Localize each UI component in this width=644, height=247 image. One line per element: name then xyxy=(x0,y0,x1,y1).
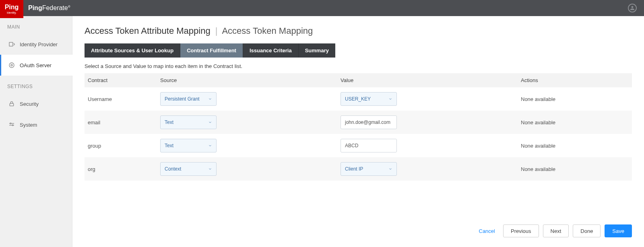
source-cell: Text xyxy=(157,134,337,157)
source-cell: Context xyxy=(157,157,337,181)
sidebar-section-main: MAIN xyxy=(0,16,72,34)
sidebar-item-system[interactable]: System xyxy=(0,114,72,135)
svg-point-7 xyxy=(12,125,13,126)
value-select[interactable]: Client IP xyxy=(341,162,397,176)
breadcrumb-sep: | xyxy=(215,26,218,36)
svg-point-6 xyxy=(10,123,11,124)
source-cell: Text xyxy=(157,111,337,134)
next-button[interactable]: Next xyxy=(543,224,569,237)
tab-summary[interactable]: Summary xyxy=(299,43,335,58)
actions-cell: None available xyxy=(518,87,632,111)
sidebar: MAIN Identity Provider OAuth Server SETT… xyxy=(0,16,72,247)
table-row: emailTextjohn.doe@gmail.comNone availabl… xyxy=(85,111,632,134)
actions-cell: None available xyxy=(518,111,632,134)
brand-logo-top: Ping xyxy=(5,4,19,10)
source-cell: Persistent Grant xyxy=(157,87,337,111)
breadcrumb-part1: Access Token Attribute Mapping xyxy=(85,26,211,36)
value-cell: ABCD xyxy=(337,134,518,157)
lock-icon xyxy=(8,101,15,107)
contract-cell: group xyxy=(85,134,157,157)
chevron-down-icon xyxy=(208,97,212,101)
value-cell: john.doe@gmail.com xyxy=(337,111,518,134)
breadcrumb-part2: Access Token Mapping xyxy=(222,26,313,36)
breadcrumb: Access Token Attribute Mapping | Access … xyxy=(85,26,632,36)
cancel-link[interactable]: Cancel xyxy=(479,228,495,234)
user-menu[interactable] xyxy=(628,4,637,12)
previous-button[interactable]: Previous xyxy=(503,224,539,237)
svg-point-2 xyxy=(11,64,12,66)
contract-cell: email xyxy=(85,111,157,134)
sidebar-item-label: OAuth Server xyxy=(20,62,52,68)
main-content: Access Token Attribute Mapping | Access … xyxy=(72,16,644,247)
footer-actions: Cancel Previous Next Done Save xyxy=(85,217,632,247)
col-contract: Contract xyxy=(85,73,157,87)
tab-contract-fulfillment[interactable]: Contract Fulfillment xyxy=(180,43,243,58)
product-name: PingFederate® xyxy=(28,4,70,12)
idp-icon xyxy=(8,41,15,47)
save-button[interactable]: Save xyxy=(605,224,632,237)
sliders-icon xyxy=(8,121,15,128)
table-row: UsernamePersistent GrantUSER_KEYNone ava… xyxy=(85,87,632,111)
sidebar-item-identity-provider[interactable]: Identity Provider xyxy=(0,34,72,55)
chevron-down-icon xyxy=(208,120,212,124)
brand-logo: Ping Identity. xyxy=(0,0,23,18)
tab-attribute-sources[interactable]: Attribute Sources & User Lookup xyxy=(85,43,180,58)
sidebar-item-label: Identity Provider xyxy=(20,41,58,47)
contract-cell: org xyxy=(85,157,157,181)
sidebar-section-settings: SETTINGS xyxy=(0,76,72,93)
step-tabs: Attribute Sources & User Lookup Contract… xyxy=(85,43,632,58)
col-source: Source xyxy=(157,73,337,87)
col-value: Value xyxy=(337,73,518,87)
value-cell: USER_KEY xyxy=(337,87,518,111)
tab-issuance-criteria[interactable]: Issuance Criteria xyxy=(243,43,299,58)
source-select[interactable]: Text xyxy=(160,115,217,129)
done-button[interactable]: Done xyxy=(573,224,601,237)
chevron-down-icon xyxy=(208,167,212,171)
source-select[interactable]: Context xyxy=(160,162,217,176)
source-select[interactable]: Text xyxy=(160,139,217,152)
value-input[interactable]: john.doe@gmail.com xyxy=(341,115,397,129)
contract-table: Contract Source Value Actions UsernamePe… xyxy=(85,73,632,181)
table-row: groupTextABCDNone available xyxy=(85,134,632,157)
chevron-down-icon xyxy=(388,97,392,101)
source-select[interactable]: Persistent Grant xyxy=(160,92,217,106)
value-select[interactable]: USER_KEY xyxy=(341,92,397,106)
svg-point-1 xyxy=(9,63,14,68)
sidebar-item-security[interactable]: Security xyxy=(0,93,72,114)
helper-text: Select a Source and Value to map into ea… xyxy=(85,63,632,69)
sidebar-item-oauth-server[interactable]: OAuth Server xyxy=(0,55,72,76)
table-row: orgContextClient IPNone available xyxy=(85,157,632,181)
actions-cell: None available xyxy=(518,157,632,181)
brand-logo-bottom: Identity. xyxy=(7,11,17,14)
actions-cell: None available xyxy=(518,134,632,157)
top-bar: Ping Identity. PingFederate® xyxy=(0,0,644,16)
svg-rect-0 xyxy=(9,42,13,46)
value-input[interactable]: ABCD xyxy=(341,139,397,152)
contract-cell: Username xyxy=(85,87,157,111)
user-icon xyxy=(630,6,635,10)
value-cell: Client IP xyxy=(337,157,518,181)
svg-rect-3 xyxy=(10,103,13,106)
chevron-down-icon xyxy=(208,144,212,148)
sidebar-item-label: System xyxy=(20,122,37,128)
sidebar-item-label: Security xyxy=(20,101,39,107)
chevron-down-icon xyxy=(388,167,392,171)
col-actions: Actions xyxy=(518,73,632,87)
oauth-icon xyxy=(8,62,15,68)
